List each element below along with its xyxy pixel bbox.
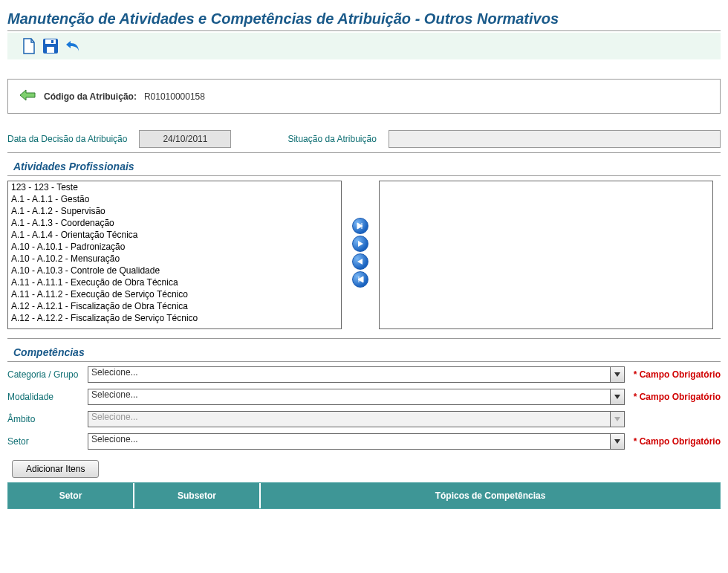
ambito-select: Selecione...: [88, 411, 610, 427]
back-arrow-icon[interactable]: [19, 88, 36, 104]
list-item[interactable]: A.1 - A.1.2 - Supervisão: [8, 205, 341, 217]
code-panel: Código da Atribuição: R01010000158: [7, 79, 721, 114]
move-right-button[interactable]: [352, 236, 368, 252]
new-document-icon[interactable]: [21, 37, 37, 55]
divider: [7, 338, 721, 339]
dropdown-icon[interactable]: [610, 389, 625, 405]
divider: [7, 30, 721, 31]
list-item[interactable]: A.10 - A.10.1 - Padronização: [8, 241, 341, 253]
th-subsetor: Subsetor: [134, 483, 261, 508]
toolbar: [7, 33, 721, 59]
available-activities-list[interactable]: 123 - 123 - TesteA.1 - A.1.1 - GestãoA.1…: [7, 181, 342, 329]
divider: [7, 152, 721, 153]
competencies-section-title: Competências: [13, 346, 721, 358]
svg-rect-2: [47, 47, 54, 53]
undo-icon[interactable]: [64, 39, 82, 54]
modalidade-select[interactable]: Selecione...: [88, 389, 610, 405]
required-marker: * Campo Obrigatório: [634, 436, 721, 447]
decision-date-label: Data da Decisão da Atribuição: [7, 134, 127, 144]
decision-date-input[interactable]: [139, 130, 231, 148]
list-item[interactable]: A.12 - A.12.2 - Fiscalização de Serviço …: [8, 312, 341, 324]
categoria-label: Categoria / Grupo: [7, 369, 83, 380]
th-topicos: Tópicos de Competências: [261, 483, 720, 508]
modalidade-label: Modalidade: [7, 392, 83, 402]
list-item[interactable]: A.1 - A.1.1 - Gestão: [8, 193, 341, 205]
categoria-select[interactable]: Selecione...: [88, 366, 610, 383]
selected-activities-list[interactable]: [379, 181, 713, 329]
move-all-right-button[interactable]: [352, 218, 368, 234]
list-item[interactable]: A.12 - A.12.1 - Fiscalização de Obra Téc…: [8, 300, 341, 312]
ambito-label: Âmbito: [7, 414, 83, 424]
divider: [7, 175, 721, 176]
dual-listbox: 123 - 123 - TesteA.1 - A.1.1 - GestãoA.1…: [7, 181, 721, 329]
move-buttons: [352, 181, 368, 288]
competency-form: Categoria / Grupo Selecione... * Campo O…: [7, 366, 721, 450]
list-item[interactable]: A.11 - A.11.1 - Execução de Obra Técnica: [8, 276, 341, 288]
add-items-button[interactable]: Adicionar Itens: [12, 460, 99, 478]
situation-input[interactable]: [389, 130, 721, 148]
move-left-button[interactable]: [352, 253, 368, 270]
list-item[interactable]: A.1 - A.1.4 - Orientação Técnica: [8, 229, 341, 241]
situation-label: Situação da Atribuição: [287, 134, 376, 144]
dropdown-icon[interactable]: [610, 366, 625, 383]
attribution-fields: Data da Decisão da Atribuição Situação d…: [7, 130, 721, 148]
activities-section-title: Atividades Profissionais: [13, 161, 721, 172]
page-title: Manutenção de Atividades e Competências …: [7, 10, 721, 27]
code-label: Código da Atribuição:: [44, 91, 137, 102]
setor-label: Setor: [7, 436, 83, 447]
th-setor: Setor: [8, 483, 134, 508]
table-header: Setor Subsetor Tópicos de Competências: [8, 483, 720, 508]
list-item[interactable]: A.1 - A.1.3 - Coordenação: [8, 217, 341, 229]
list-item[interactable]: A.10 - A.10.2 - Mensuração: [8, 253, 341, 265]
required-marker: * Campo Obrigatório: [634, 369, 721, 380]
list-item[interactable]: A.10 - A.10.3 - Controle de Qualidade: [8, 265, 341, 276]
dropdown-icon[interactable]: [610, 433, 625, 450]
save-icon[interactable]: [42, 37, 59, 55]
code-value: R01010000158: [144, 91, 205, 102]
competency-table: Setor Subsetor Tópicos de Competências: [7, 482, 721, 509]
list-item[interactable]: 123 - 123 - Teste: [8, 181, 341, 193]
divider: [7, 361, 721, 362]
dropdown-icon: [610, 411, 625, 427]
required-marker: * Campo Obrigatório: [634, 392, 721, 402]
svg-rect-1: [45, 39, 56, 44]
move-all-left-button[interactable]: [352, 271, 368, 288]
list-item[interactable]: A.11 - A.11.2 - Execução de Serviço Técn…: [8, 288, 341, 300]
setor-select[interactable]: Selecione...: [88, 433, 610, 450]
svg-rect-3: [51, 40, 53, 43]
